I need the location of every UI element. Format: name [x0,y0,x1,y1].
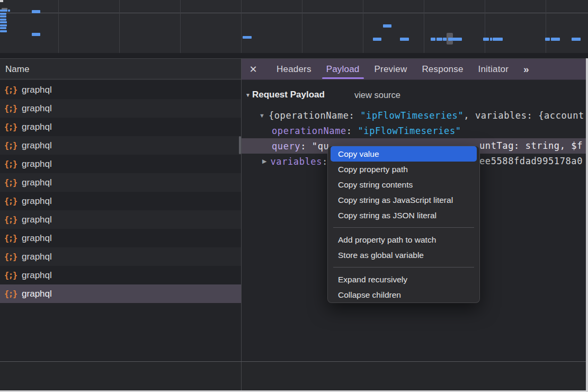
request-timing-bar [490,38,492,41]
more-tabs-button[interactable]: » [523,64,528,75]
request-timing-bar [0,30,7,32]
json-braces-icon: {;} [4,122,17,132]
request-timing-bar [0,10,7,12]
request-row[interactable]: {;} graphql [0,99,241,118]
string-value: "ipFlowTimeseries" [358,126,461,136]
request-timing-bar [0,27,6,29]
json-braces-icon: {;} [4,215,17,225]
json-braces-icon: {;} [4,159,17,169]
request-timing-bar [0,15,6,17]
request-name-label: graphql [22,159,52,170]
request-name-label: graphql [22,196,52,207]
collapsed-triangle-icon[interactable]: ▶ [262,158,266,165]
window-edge-right [586,58,588,392]
json-braces-icon: {;} [4,289,17,299]
preview-text: {operationName: [269,110,360,121]
tab-response[interactable]: Response [414,59,470,80]
request-row[interactable]: {;} graphql [0,192,241,210]
tab-headers[interactable]: Headers [269,59,319,80]
summary-footer [0,362,588,390]
json-braces-icon: {;} [4,104,17,113]
request-name-label: graphql [22,103,52,114]
tabs-container: HeadersPayloadPreviewResponseInitiator [265,59,516,80]
json-braces-icon: {;} [4,197,17,206]
request-timing-bar [493,38,503,41]
request-timing-bar [0,24,7,26]
name-column-header[interactable]: Name [0,59,241,79]
request-timing-bar [452,38,462,41]
request-timing-bar [0,21,7,23]
json-braces-icon: {;} [4,141,17,150]
property-key: query [272,141,300,152]
request-row[interactable]: {;} graphql [0,229,241,247]
request-name-label: graphql [22,289,52,299]
context-menu-item[interactable]: Copy string as JavaScript literal [328,192,479,208]
preview-string-value: "ipFlowTimeseries" [360,110,464,121]
request-timing-bar [448,38,452,41]
tab-preview[interactable]: Preview [367,59,415,80]
close-details-button[interactable]: ✕ [242,64,265,75]
request-timing-bar [436,38,442,41]
request-timing-bar [383,24,391,28]
key-separator: : [300,141,312,152]
tab-payload[interactable]: Payload [319,59,367,80]
tree-row-root-object[interactable]: ▼ {operationName: "ipFlowTimeseries", va… [242,108,586,123]
close-icon: ✕ [249,64,257,75]
tab-initiator[interactable]: Initiator [471,59,516,80]
timeline-gridline [58,0,59,58]
request-row[interactable]: {;} graphql [0,118,241,136]
request-timing-bar [32,10,40,13]
request-timing-bar [32,33,40,36]
timeline-gridline [546,0,546,58]
request-row[interactable]: {;} graphql [0,155,241,173]
menu-divider [333,227,474,228]
overview-axis-strip [0,53,588,58]
request-payload-section-header[interactable]: ▼ Request Payload view source [242,89,400,101]
timeline-gridline [241,0,242,58]
request-timing-bar [0,19,6,21]
request-timing-bar [443,38,447,41]
string-value-clipped-right: untTag: string, $f [479,138,583,154]
request-row[interactable]: {;} graphql [0,210,241,229]
property-key: operationName [272,126,346,136]
request-timing-bar [0,13,6,15]
section-expander-icon[interactable]: ▼ [245,92,251,98]
expanded-triangle-icon[interactable]: ▼ [259,112,265,119]
request-timing-bar [545,38,550,41]
request-row[interactable]: {;} graphql [0,284,241,303]
context-menu-item[interactable]: Collapse children [328,287,479,302]
request-name-label: graphql [22,140,52,151]
context-menu-item[interactable]: Expand recursively [328,272,479,287]
request-row[interactable]: {;} graphql [0,173,241,192]
context-menu-item[interactable]: Store as global variable [328,247,479,263]
timeline-gridline [119,0,120,58]
key-separator: : [346,126,358,136]
context-menu-item[interactable]: Copy property path [328,162,479,177]
view-source-link[interactable]: view source [354,90,400,100]
timeline-gridline [363,0,363,58]
request-row[interactable]: {;} graphql [0,247,241,266]
chevron-double-right-icon: » [523,64,528,75]
request-row[interactable]: {;} graphql [0,136,241,155]
request-timing-bar [8,10,10,12]
request-name-label: graphql [22,177,52,188]
request-name-label: graphql [22,233,52,244]
request-row[interactable]: {;} graphql [0,81,241,99]
context-menu-item[interactable]: Copy string as JSON literal [328,208,479,223]
timeline-gridline [424,0,424,58]
property-key: variables [270,156,322,167]
request-name-label: graphql [22,215,52,225]
context-menu-item[interactable]: Add property path to watch [328,232,479,247]
context-menu-item[interactable]: Copy string contents [328,177,479,192]
request-name-label: graphql [22,252,52,262]
section-title: Request Payload [252,90,325,100]
request-name-label: graphql [22,270,52,281]
json-braces-icon: {;} [4,178,17,188]
request-timing-bar [243,36,252,39]
request-row[interactable]: {;} graphql [0,266,241,284]
details-tab-bar: ✕ HeadersPayloadPreviewResponseInitiator… [242,59,586,80]
context-menu-item[interactable]: Copy value [331,146,477,162]
network-overview-minimap[interactable] [0,0,588,53]
tree-row-operation-name[interactable]: operationName: "ipFlowTimeseries" [242,123,586,138]
request-name-label: graphql [22,85,52,95]
